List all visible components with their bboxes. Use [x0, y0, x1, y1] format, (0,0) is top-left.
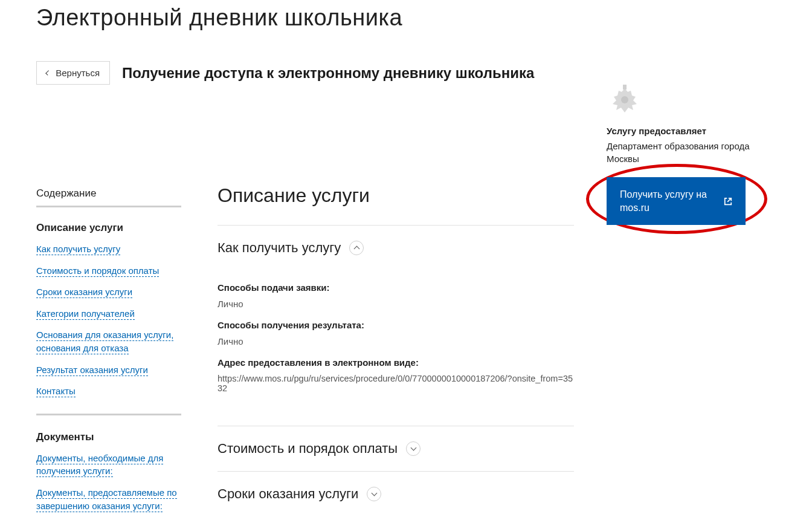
- sidebar-link-docs-provided[interactable]: Документы, предоставляемые по завершению…: [36, 487, 177, 512]
- divider: [218, 225, 574, 226]
- chevron-left-icon: [45, 70, 51, 76]
- accordion-cost[interactable]: Стоимость и порядок оплаты: [218, 441, 574, 457]
- back-button[interactable]: Вернуться: [36, 61, 110, 85]
- service-subtitle: Получение доступа к электронному дневник…: [122, 65, 534, 82]
- main-content: Услугу предоставляет Департамент образов…: [218, 85, 776, 517]
- accordion-title-cost: Стоимость и порядок оплаты: [218, 441, 398, 457]
- sidebar-link-grounds[interactable]: Основания для оказания услуги, основания…: [36, 330, 173, 354]
- get-service-button[interactable]: Получить услугу на mos.ru: [607, 177, 746, 225]
- provider-name: Департамент образования города Москвы: [607, 140, 764, 165]
- divider: [218, 426, 574, 426]
- result-methods-label: Способы получения результата:: [218, 320, 574, 330]
- eaddress-label: Адрес предоставления в электронном виде:: [218, 357, 574, 368]
- chevron-down-icon: [406, 441, 420, 456]
- svg-point-0: [621, 96, 628, 103]
- sidebar-link-docs-needed[interactable]: Документы, необходимые для получения усл…: [36, 453, 163, 478]
- chevron-up-icon: [349, 241, 364, 255]
- sidebar-divider: [36, 414, 181, 415]
- accordion-terms[interactable]: Сроки оказания услуги: [218, 486, 574, 502]
- accordion-title-how: Как получить услугу: [218, 240, 341, 256]
- accordion-how-to-get[interactable]: Как получить услугу: [218, 240, 574, 256]
- back-button-label: Вернуться: [56, 68, 100, 78]
- svg-rect-1: [623, 85, 627, 89]
- accordion-body-how: Способы подачи заявки: Лично Способы пол…: [218, 267, 574, 411]
- sidebar-link-result[interactable]: Результат оказания услуги: [36, 365, 148, 376]
- chevron-down-icon: [367, 487, 381, 501]
- apply-methods-label: Способы подачи заявки:: [218, 282, 574, 293]
- cta-label: Получить услугу на mos.ru: [620, 188, 717, 214]
- description-heading: Описание услуги: [218, 184, 574, 207]
- result-methods-value: Лично: [218, 336, 574, 346]
- page-title: Электронный дневник школьника: [36, 5, 776, 31]
- provider-card: Услугу предоставляет Департамент образов…: [607, 85, 764, 225]
- sidebar-link-terms[interactable]: Сроки оказания услуги: [36, 287, 132, 298]
- sidebar-group-docs: Документы: [36, 431, 181, 443]
- sidebar-list-docs: Документы, необходимые для получения усл…: [36, 452, 181, 512]
- apply-methods-value: Лично: [218, 299, 574, 309]
- sidebar-link-how[interactable]: Как получить услугу: [36, 244, 120, 255]
- sidebar-link-categories[interactable]: Категории получателей: [36, 308, 135, 320]
- accordion-title-terms: Сроки оказания услуги: [218, 486, 358, 502]
- coat-of-arms-icon: [607, 85, 643, 115]
- sidebar-link-contacts[interactable]: Контакты: [36, 386, 76, 397]
- eaddress-url: https://www.mos.ru/pgu/ru/services/proce…: [218, 374, 574, 393]
- sidebar-heading: Содержание: [36, 187, 181, 207]
- sidebar: Содержание Описание услуги Как получить …: [36, 85, 181, 517]
- sidebar-link-cost[interactable]: Стоимость и порядок оплаты: [36, 265, 159, 277]
- divider: [218, 471, 574, 472]
- sidebar-group-desc: Описание услуги: [36, 222, 181, 234]
- provider-label: Услугу предоставляет: [607, 126, 764, 136]
- external-link-icon: [724, 197, 732, 206]
- sidebar-list-desc: Как получить услугу Стоимость и порядок …: [36, 242, 181, 398]
